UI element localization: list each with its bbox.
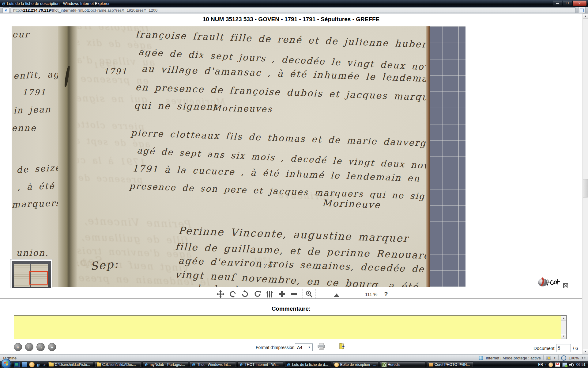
volume-icon[interactable] — [569, 363, 574, 366]
zoom-in-icon[interactable] — [277, 290, 286, 298]
url-scheme: http:// — [13, 8, 23, 13]
app-m-tray-icon[interactable] — [555, 362, 560, 367]
resize-grip[interactable] — [584, 357, 588, 361]
taskbar-button-label: Lots de la fiche de d... — [292, 362, 328, 367]
taskbar-button[interactable]: C:\Users\nilda\Doc... — [95, 362, 141, 368]
taskbar-button[interactable]: Corel PHOTO-PAIN... — [427, 362, 473, 368]
manuscript-text-line: eur — [12, 29, 30, 40]
zoom-out-icon[interactable] — [290, 290, 298, 298]
magnifier-icon[interactable] — [305, 290, 313, 298]
manuscript-text-line: marquers — [12, 198, 58, 210]
scrollbar-thumb[interactable] — [583, 179, 588, 197]
taskbar-button[interactable]: Thot - Windows Int... — [190, 362, 236, 368]
restore-button[interactable]: ❐ — [563, 1, 572, 6]
taskbar-button-label: C:\Users\nilda\Doc... — [102, 362, 136, 367]
url-field[interactable]: http://212.234.70.219/thot_internet/FrmL… — [11, 7, 576, 13]
show-desktop-icon[interactable] — [14, 362, 20, 367]
document-image-viewer[interactable]: eurenfit, agé1791in jeanennede seize, à … — [12, 26, 466, 287]
scroll-up-icon[interactable]: ▲ — [561, 316, 566, 321]
zone-text: Internet | Mode protégé : activé — [486, 356, 541, 360]
chevron-down-icon[interactable]: ▼ — [553, 357, 556, 359]
grid-background-cloth — [426, 26, 466, 287]
page-icon: e — [2, 7, 9, 13]
window-titlebar: e Lots de la fiche de description - Wind… — [0, 0, 588, 7]
adjust-levels-icon[interactable] — [265, 290, 274, 298]
quicklaunch-overflow-chevron[interactable]: » — [43, 362, 46, 367]
compatibility-view-icon[interactable] — [578, 7, 586, 13]
exit-button[interactable] — [339, 343, 345, 351]
thumbnail-viewport-rect[interactable] — [29, 271, 48, 285]
print-button[interactable] — [317, 343, 325, 351]
last-document-button[interactable]: » — [48, 343, 56, 351]
thumbnail-image[interactable] — [12, 261, 51, 290]
ie-icon — [287, 363, 291, 366]
pan-icon[interactable] — [216, 290, 225, 298]
taskbar-button-label: myNclub - Partagez... — [150, 362, 185, 367]
folder-icon — [49, 363, 54, 366]
network-icon[interactable] — [562, 362, 567, 367]
taskbar-button[interactable]: myNclub - Partagez... — [142, 362, 188, 368]
close-button[interactable]: ✕ — [572, 1, 587, 6]
ie-logo-icon: e — [2, 1, 5, 6]
close-image-icon[interactable] — [563, 283, 568, 288]
page-scrollbar[interactable]: ▲ ▼ — [582, 13, 588, 354]
taskbar-button[interactable]: Heredis — [380, 362, 426, 368]
help-button[interactable]: ? — [384, 291, 388, 298]
zoom-level: 111 % — [365, 292, 377, 297]
magnifier-tool-selected[interactable] — [303, 289, 315, 299]
next-document-button[interactable]: → — [36, 343, 45, 351]
page-zoom-level: 100% — [569, 356, 579, 360]
zoom-slider[interactable] — [323, 290, 353, 298]
bottom-controls: « ← → » Format d'impression: A4 ▼ Docume… — [0, 341, 582, 353]
page-zoom-icon[interactable] — [561, 355, 566, 361]
manuscript-text-line: in jean — [13, 104, 51, 116]
document-number-input[interactable] — [556, 344, 571, 352]
clock[interactable]: 06:51 — [576, 362, 586, 367]
clock-gadget-icon[interactable] — [29, 362, 35, 367]
protected-mode-icon[interactable] — [546, 356, 551, 360]
comment-textarea[interactable] — [14, 316, 561, 339]
tray-overflow-chevron[interactable]: ‹ — [545, 363, 546, 366]
scroll-down-icon[interactable]: ▼ — [561, 334, 566, 339]
taskbar-button[interactable]: Lots de la fiche de d... — [285, 362, 331, 368]
scroll-down-icon[interactable]: ▼ — [583, 349, 588, 354]
first-document-button[interactable]: « — [14, 343, 22, 351]
manuscript-left-page: eurenfit, agé1791in jeanennede seize, à … — [12, 26, 58, 287]
taskbar-button-label: Boîte de réception - ... — [340, 362, 376, 367]
internet-explorer-icon[interactable]: e — [36, 362, 42, 367]
zoom-slider-knob[interactable] — [334, 293, 339, 297]
taskbar-button[interactable]: THOT Internet - Wi... — [237, 362, 283, 368]
rotate-reset-icon[interactable] — [253, 290, 262, 298]
document-heading: 10 NUM 35123 533 - GOVEN - 1791 - 1791 -… — [0, 16, 582, 23]
folder-icon — [97, 363, 101, 366]
comment-scrollbar[interactable]: ▲ ▼ — [561, 316, 566, 339]
switch-windows-icon[interactable] — [22, 362, 27, 367]
manuscript-text-line: , à été — [17, 181, 55, 192]
print-format-select[interactable]: A4 ▼ — [295, 343, 313, 351]
minimize-button[interactable]: ▬ — [553, 1, 562, 6]
manuscript-text-line: Morineuve — [322, 197, 381, 210]
screen: e Lots de la fiche de description - Wind… — [0, 0, 588, 368]
viewer-toolbar: 111 % ? — [0, 288, 582, 299]
language-indicator[interactable]: FR — [538, 362, 543, 367]
taskbar-button[interactable]: C:\Users\nilda\Pictu... — [47, 362, 93, 368]
manuscript-text-line: enne — [12, 123, 36, 133]
print-format-label: Format d'impression: — [256, 345, 296, 350]
ie-icon — [144, 363, 149, 366]
status-bar: Terminé Internet | Mode protégé : activé… — [0, 354, 588, 361]
task-buttons: C:\Users\nilda\Pictu...C:\Users\nilda\Do… — [47, 362, 538, 368]
taskbar-button[interactable]: Boîte de réception - ... — [332, 362, 378, 368]
start-button[interactable] — [1, 359, 11, 368]
mail-tray-icon[interactable] — [548, 362, 553, 367]
manuscript-text-line: françoise frault fille de rené et de jul… — [135, 29, 426, 50]
rotate-cw-icon[interactable] — [241, 290, 249, 298]
taskbar-button-label: Heredis — [388, 362, 400, 367]
scroll-up-icon[interactable]: ▲ — [583, 13, 588, 19]
chevron-down-icon[interactable]: ▼ — [581, 357, 584, 359]
previous-document-button[interactable]: ← — [25, 343, 33, 351]
manuscript-text-line: de seize — [16, 163, 58, 175]
manuscript-bleedthrough: 1791 — [254, 256, 272, 263]
ie-icon — [192, 363, 196, 366]
rotate-ccw-icon[interactable] — [228, 290, 237, 298]
internet-zone-icon — [479, 356, 483, 360]
